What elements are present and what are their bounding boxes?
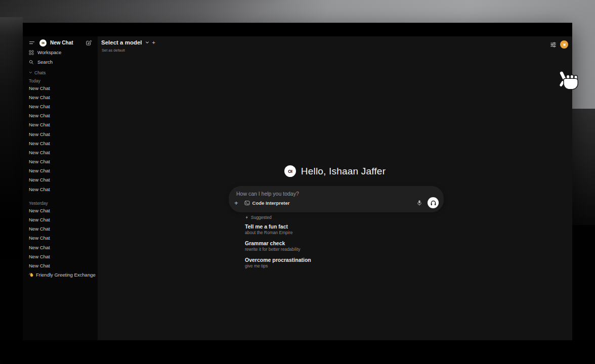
prompt-placeholder: How can I help you today?	[236, 191, 299, 197]
suggested-prompt-title: Tell me a fun fact	[245, 223, 412, 230]
chevron-down-icon	[145, 40, 149, 44]
user-avatar[interactable]	[560, 40, 568, 49]
model-selector[interactable]: Select a model +	[101, 39, 155, 46]
chat-list-item[interactable]: New Chat	[29, 166, 94, 175]
chat-list-item[interactable]: New Chat	[29, 157, 94, 166]
sidebar-item-label: Workspace	[37, 50, 61, 55]
chat-group-label-yesterday: Yesterday	[29, 200, 94, 206]
suggested-label: Suggested	[251, 215, 272, 220]
desktop-background: OI New Chat Wo	[0, 0, 595, 364]
main-area: Select a model + Set as default	[98, 36, 572, 340]
chevron-down-icon	[29, 71, 32, 74]
workspace-grid-icon	[29, 50, 34, 55]
attach-plus-button[interactable]: +	[234, 200, 238, 206]
chat-list-item[interactable]: New Chat	[29, 252, 94, 261]
headphones-icon	[430, 200, 437, 206]
prompt-input-box[interactable]: How can I help you today? + Code Interpr…	[229, 186, 444, 212]
app-logo-icon: OI	[284, 165, 296, 177]
suggested-prompt-title: Grammar check	[245, 240, 412, 247]
chat-list-item[interactable]: New Chat	[29, 175, 94, 185]
chat-list-item[interactable]: New Chat	[29, 111, 94, 120]
chat-group-label-today: Today	[29, 78, 94, 83]
app-window: OI New Chat Wo	[23, 23, 572, 340]
header-right-controls	[550, 40, 568, 49]
chat-list-item[interactable]: New Chat	[29, 206, 94, 215]
chat-list-item[interactable]: New Chat	[29, 83, 94, 93]
desktop-wallpaper-bottom	[0, 340, 595, 364]
chat-list-item[interactable]: New Chat	[29, 234, 94, 243]
chat-list-item[interactable]: New Chat	[29, 243, 94, 252]
suggested-prompt[interactable]: Grammar check rewrite it for better read…	[245, 240, 412, 252]
chat-item-label: Friendly Greeting Exchange	[36, 272, 96, 278]
suggested-prompt-subtitle: about the Roman Empire	[245, 230, 412, 236]
sidebar-header: OI New Chat	[29, 39, 94, 47]
suggested-prompt-title: Overcome procrastination	[245, 257, 412, 263]
desktop-wallpaper-left	[0, 17, 23, 260]
greeting-hero: OI Hello, Ishaan Jaffer	[98, 165, 572, 177]
chats-section-header[interactable]: Chats	[29, 69, 94, 76]
chat-list-item[interactable]: New Chat	[29, 93, 94, 102]
prompt-toolbar: + Code Interpreter	[234, 197, 439, 209]
avatar-image	[563, 43, 566, 47]
suggested-list: Tell me a fun fact about the Roman Empir…	[245, 223, 412, 269]
chat-list-item-friendly-greeting[interactable]: Friendly Greeting Exchange	[29, 270, 94, 280]
search-icon	[29, 60, 34, 65]
suggested-header: Suggested	[245, 214, 412, 220]
suggested-prompts: Suggested Tell me a fun fact about the R…	[245, 214, 412, 269]
bolt-icon	[245, 215, 249, 219]
voice-call-button[interactable]	[428, 197, 439, 208]
chats-section-label: Chats	[34, 70, 46, 75]
suggested-prompt-subtitle: give me tips	[245, 263, 412, 269]
chat-list-item[interactable]: New Chat	[29, 185, 94, 194]
chat-list-item[interactable]: New Chat	[29, 129, 94, 139]
new-chat-icon[interactable]	[86, 40, 92, 46]
sidebar: OI New Chat Wo	[23, 36, 98, 340]
suggested-prompt-subtitle: rewrite it for better readability	[245, 247, 412, 252]
chat-list-yesterday: New Chat New Chat New Chat New Chat New …	[29, 206, 94, 270]
chat-list-item[interactable]: New Chat	[29, 139, 94, 148]
chat-list-item[interactable]: New Chat	[29, 215, 94, 224]
chat-list-today: New Chat New Chat New Chat New Chat New …	[29, 83, 94, 194]
chat-list-item[interactable]: New Chat	[29, 224, 94, 234]
sidebar-item-label: Search	[37, 59, 53, 65]
sidebar-toggle-icon[interactable]	[29, 40, 35, 46]
wave-emoji-icon	[29, 272, 34, 278]
suggested-prompt[interactable]: Overcome procrastination give me tips	[245, 257, 412, 269]
chat-list-item[interactable]: New Chat	[29, 148, 94, 157]
set-as-default-link[interactable]: Set as default	[102, 48, 125, 53]
controls-sliders-icon[interactable]	[550, 41, 557, 48]
window-titlebar	[23, 23, 572, 36]
chat-list-item[interactable]: New Chat	[29, 120, 94, 129]
sidebar-nav: Workspace Search	[29, 48, 94, 67]
sidebar-item-workspace[interactable]: Workspace	[29, 48, 94, 57]
add-model-button[interactable]: +	[152, 39, 155, 46]
terminal-icon	[244, 200, 250, 206]
chat-list-item[interactable]: New Chat	[29, 261, 94, 270]
suggested-prompt[interactable]: Tell me a fun fact about the Roman Empir…	[245, 223, 412, 236]
model-selector-label: Select a model	[101, 39, 142, 46]
desktop-wallpaper-right	[572, 109, 595, 225]
code-interpreter-toggle[interactable]: Code Interpreter	[244, 200, 290, 206]
greeting-title: Hello, Ishaan Jaffer	[301, 166, 386, 177]
sidebar-item-search[interactable]: Search	[29, 57, 94, 67]
microphone-icon[interactable]	[416, 200, 422, 206]
app-logo-icon: OI	[39, 39, 47, 47]
code-interpreter-label: Code Interpreter	[252, 200, 290, 206]
chat-list-item[interactable]: New Chat	[29, 102, 94, 111]
sidebar-title: New Chat	[50, 40, 73, 46]
